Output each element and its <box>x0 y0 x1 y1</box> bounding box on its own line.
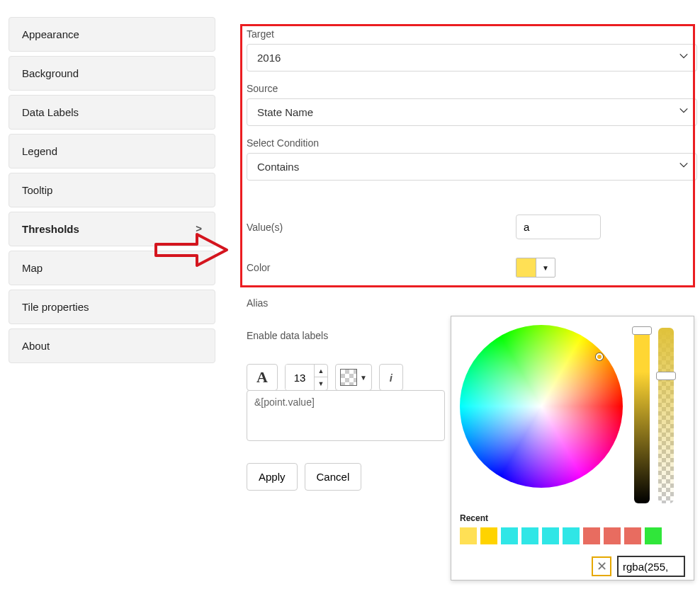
sidebar-item-legend[interactable]: Legend <box>9 134 215 168</box>
condition-value: Contains <box>257 161 299 173</box>
target-select[interactable]: 2016 <box>247 44 697 72</box>
wheel-handle-icon[interactable] <box>596 353 603 360</box>
font-size-input[interactable] <box>286 365 314 390</box>
recent-swatch[interactable] <box>501 527 518 544</box>
stepper-down-icon[interactable]: ▼ <box>315 377 327 390</box>
font-size-stepper[interactable]: ▲ ▼ <box>285 364 328 391</box>
chevron-down-icon: ▼ <box>360 374 367 382</box>
alias-label: Alias <box>247 297 697 309</box>
apply-button[interactable]: Apply <box>247 463 298 491</box>
sidebar-item-about[interactable]: About <box>9 328 215 363</box>
sidebar-item-map[interactable]: Map <box>9 251 215 285</box>
sidebar: Appearance Background Data Labels Legend… <box>9 17 215 491</box>
condition-label: Select Condition <box>247 137 697 149</box>
recent-swatch[interactable] <box>583 527 600 544</box>
values-input[interactable] <box>516 215 601 239</box>
color-picker-popover: Recent ✕ <box>451 316 694 581</box>
slider-thumb-icon[interactable] <box>632 326 652 335</box>
recent-swatch[interactable] <box>563 527 580 544</box>
sidebar-item-background[interactable]: Background <box>9 56 215 91</box>
color-value-input[interactable] <box>617 556 685 577</box>
sidebar-item-label: Appearance <box>22 28 79 40</box>
close-icon: ✕ <box>597 559 607 574</box>
sidebar-item-label: Legend <box>22 145 57 157</box>
color-label: Color <box>247 262 516 273</box>
color-swatch-button[interactable]: ▼ <box>516 258 555 278</box>
sidebar-item-datalabels[interactable]: Data Labels <box>9 95 215 130</box>
font-family-button[interactable]: A <box>247 364 278 391</box>
recent-swatch[interactable] <box>521 527 538 544</box>
source-value: State Name <box>257 106 313 118</box>
recent-swatch[interactable] <box>542 527 559 544</box>
sidebar-item-tooltip[interactable]: Tooltip <box>9 173 215 207</box>
recent-label: Recent <box>460 513 685 523</box>
stepper-up-icon[interactable]: ▲ <box>315 365 327 377</box>
clear-color-button[interactable]: ✕ <box>592 556 611 576</box>
recent-swatch-row <box>460 527 685 544</box>
sidebar-item-label: Thresholds <box>22 223 79 235</box>
sidebar-item-label: About <box>22 340 50 352</box>
swatch-icon <box>516 258 536 277</box>
text-color-button[interactable]: ▼ <box>335 364 372 391</box>
recent-swatch[interactable] <box>460 527 477 544</box>
info-icon: i <box>390 372 393 384</box>
chevron-right-icon: > <box>196 222 202 234</box>
values-label: Value(s) <box>247 222 516 233</box>
cancel-button[interactable]: Cancel <box>305 463 362 491</box>
source-select[interactable]: State Name <box>247 98 697 126</box>
recent-swatch[interactable] <box>624 527 641 544</box>
recent-swatch[interactable] <box>480 527 497 544</box>
sidebar-item-tileprops[interactable]: Tile properties <box>9 290 215 324</box>
alpha-slider[interactable] <box>658 328 674 503</box>
condition-select[interactable]: Contains <box>247 153 697 181</box>
target-value: 2016 <box>257 52 281 64</box>
source-label: Source <box>247 83 697 94</box>
sidebar-item-appearance[interactable]: Appearance <box>9 17 215 52</box>
info-button[interactable]: i <box>379 364 403 391</box>
sidebar-item-label: Tooltip <box>22 184 52 196</box>
recent-swatch[interactable] <box>645 527 662 544</box>
sidebar-item-thresholds[interactable]: Thresholds > <box>9 212 215 246</box>
sidebar-item-label: Background <box>22 67 79 79</box>
chevron-down-icon: ▼ <box>536 258 555 277</box>
template-textarea[interactable]: &[point.value] <box>247 390 445 441</box>
font-icon: A <box>256 368 268 387</box>
slider-thumb-icon[interactable] <box>656 372 676 380</box>
color-wheel[interactable] <box>460 325 623 488</box>
recent-swatch[interactable] <box>604 527 621 544</box>
sidebar-item-label: Map <box>22 262 43 274</box>
transparent-swatch-icon <box>340 369 357 386</box>
luminance-slider[interactable] <box>634 328 650 503</box>
target-label: Target <box>247 28 697 40</box>
sidebar-item-label: Tile properties <box>22 301 89 313</box>
sidebar-item-label: Data Labels <box>22 106 79 118</box>
